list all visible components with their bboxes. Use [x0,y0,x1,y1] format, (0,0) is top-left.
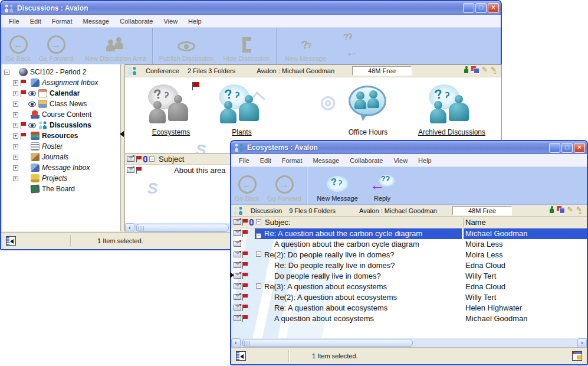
message-author[interactable]: Willy Tert [465,293,496,302]
sidebar-item-the-board[interactable]: The Board [2,184,120,194]
message-subject[interactable]: Re(2): Do people really live in domes? [264,250,394,259]
table-row[interactable]: −Re(3): A question about ecosystemsEdna … [231,282,587,292]
signature-pencil-icon[interactable]: ✎̰ [576,206,582,213]
tree-expand-box[interactable]: + [13,102,18,107]
table-row[interactable]: A question about the carbon cycle diagra… [231,239,587,250]
message-subject[interactable]: A question about ecosystems [274,314,374,323]
scroll-left-arrow[interactable]: ‹ [231,338,241,348]
close-button[interactable]: × [488,3,499,13]
signature-pencil-icon[interactable]: ✎̰ [491,66,497,73]
collapse-all-box[interactable]: − [149,156,155,162]
message-author[interactable]: Helen Highwater [465,303,522,312]
message-subject[interactable]: Re: Do people really live in domes? [274,261,395,270]
menu-item-format[interactable]: Format [47,18,78,25]
table-row[interactable]: A question about ecosystemsMichael Goodm… [231,313,587,324]
subject-column-header[interactable]: Subject [159,155,184,164]
message-subject[interactable]: Re: A cuestion about the carbon cycle di… [264,229,422,238]
message-author[interactable]: Moira Less [465,250,503,259]
message-author[interactable]: Edna Cloud [465,282,505,291]
online-user-icon[interactable] [464,66,468,73]
thread-collapse-box[interactable]: − [256,251,261,257]
thread-collapse-box[interactable]: − [256,283,261,289]
scroll-thumb[interactable] [136,224,229,232]
sidebar-item-assignment-inbox[interactable]: +Assignment Inbox [2,77,120,88]
menu-item-view[interactable]: View [158,18,183,25]
window-list-icon[interactable] [572,351,582,361]
sidebar-item-course-content[interactable]: +Course Content [2,109,120,120]
tree-expand-box[interactable]: + [13,144,18,149]
table-row[interactable]: Do people really live in domes?Willy Ter… [231,271,587,282]
desk-icon-label[interactable]: Ecosystems [136,128,206,136]
message-author[interactable]: Michael Goodman [465,314,528,323]
table-row[interactable]: Re: A question about ecosystemsHelen Hig… [231,303,587,313]
message-subject[interactable]: A question about the carbon cycle diagra… [274,240,419,249]
scroll-right-arrow[interactable]: › [577,338,587,348]
message-author[interactable]: Edna Cloud [465,261,505,270]
tree-expand-box[interactable]: + [13,123,18,128]
name-column-header[interactable]: Name [465,218,486,227]
horizontal-scrollbar[interactable]: ‹ › [231,338,587,348]
edit-pencil-icon[interactable]: ✎ [567,206,573,213]
edit-pencil-icon[interactable]: ✎ [482,66,488,73]
tree-expand-box[interactable]: + [13,155,18,160]
menu-item-help[interactable]: Help [413,157,437,164]
message-subject[interactable]: Do people really live in domes? [274,272,381,280]
title-bar[interactable]: Discussions : Avalon _ □ × [1,1,501,15]
desk-icon-label[interactable]: Plants [206,128,277,136]
about-row-subject[interactable]: About this area [174,166,225,175]
maximize-button[interactable]: □ [475,3,487,13]
menu-item-format[interactable]: Format [277,157,308,164]
new-discussion-area-button[interactable]: New Discussion Area [80,28,151,64]
message-author[interactable]: Michael Goodman [465,229,528,238]
view-mode-icon[interactable] [471,66,479,73]
pane-toggle-icon[interactable] [6,236,16,246]
desk-icon-archived-discussions[interactable]: ?ʔArchived Discussions [410,86,493,136]
maximize-button[interactable]: □ [561,143,573,153]
close-button[interactable]: × [574,143,585,153]
tree-expand-box[interactable]: + [13,91,18,96]
new-message-button[interactable]: ?ʔ New Message [309,167,366,204]
message-author[interactable]: Moira Less [465,240,503,249]
tree-expand-box[interactable]: + [13,133,18,139]
message-subject[interactable]: Re(3): A question about ecosystems [264,282,387,291]
go-forward-button[interactable]: → Go Forward [263,167,306,204]
menu-item-file[interactable]: File [4,18,25,25]
desk-icon-ecosystems[interactable]: ?ʔEcosystems [136,86,206,136]
desk-icon-plants[interactable]: ?ʔPlants [206,86,277,136]
sidebar-item-message-inbox[interactable]: +Message Inbox [2,162,120,173]
tree-root-row[interactable]: −SCI102 - Period 2 [2,67,120,77]
publish-discussion-button[interactable]: Publish Discussion [155,28,218,64]
table-row[interactable]: −Re: A cuestion about the carbon cycle d… [231,228,587,239]
scroll-thumb[interactable] [242,339,413,347]
sidebar-item-discussions[interactable]: +Discussions [2,120,120,130]
message-subject[interactable]: Re: A question about ecosystems [274,303,387,312]
splitter-collapse-arrow[interactable] [120,131,124,137]
go-back-button[interactable]: ← Go Back [231,167,263,204]
view-mode-icon[interactable] [557,206,564,213]
sidebar-item-calendar[interactable]: +Calendar [2,88,120,99]
scroll-left-arrow[interactable]: ‹ [125,223,134,233]
hide-discussion-button[interactable]: Hide Discussion [218,28,275,64]
table-header[interactable]: − Subjec: Name [231,217,587,228]
collapse-all-box[interactable]: − [256,219,261,224]
new-message-button[interactable]: ?ʔ New Message [278,28,333,64]
reply-button[interactable]: ?ʔ← Reply [366,167,399,204]
menu-item-view[interactable]: View [388,157,413,164]
tree-expand-box[interactable]: + [13,176,18,181]
menu-item-message[interactable]: Message [78,18,115,25]
menu-item-edit[interactable]: Edit [255,157,277,164]
column-divider[interactable] [463,218,464,227]
sidebar-item-journals[interactable]: +Journals [2,152,120,162]
subject-column-header[interactable]: Subjec: [265,218,290,227]
table-row[interactable]: −Re(2): Do people really live in domes?M… [231,250,587,260]
tree-collapse-box[interactable]: − [4,70,9,75]
table-row[interactable]: Re: Do people really live in domes?Edna … [231,260,587,271]
go-forward-button[interactable]: → Go Forward [35,28,77,64]
menu-item-collaborate[interactable]: Collaborate [114,18,158,25]
minimize-button[interactable]: _ [463,3,474,13]
pane-toggle-icon[interactable] [236,351,246,361]
table-row[interactable]: Re(2): A question about ecosystemsWilly … [231,292,587,303]
desk-icon-label[interactable]: Office Hours [333,128,403,136]
message-subject[interactable]: Re(2): A question about ecosystems [274,293,397,302]
menu-item-file[interactable]: File [234,157,255,164]
